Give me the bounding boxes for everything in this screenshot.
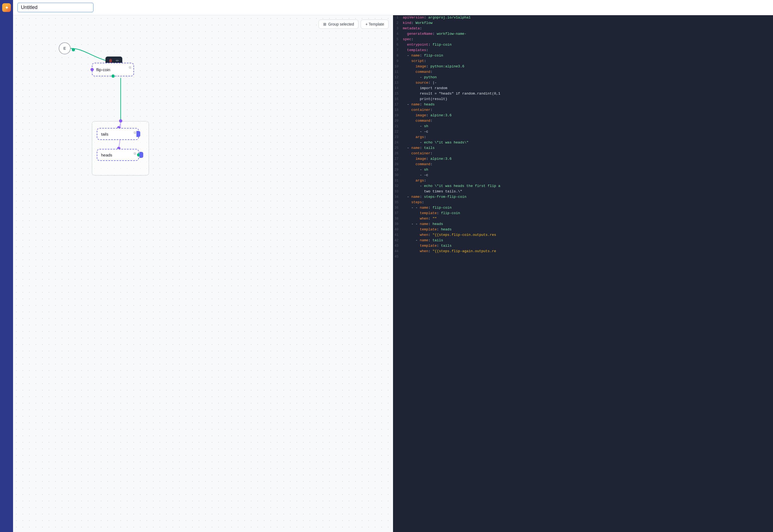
line-content: - name: heads [403,102,773,107]
line-content: apiVersion: argoproj.io/v1alpha1 [403,15,773,20]
line-number: 30 [393,173,403,177]
tails-node[interactable]: tails ⧉ [97,128,139,140]
code-line: 24 - echo \"it was heads\" [393,140,773,146]
canvas-toolbar: ⊞ Group selected + Template [318,20,389,29]
line-number: 7 [393,48,403,52]
line-number: 40 [393,227,403,231]
entry-output-dot [72,48,75,51]
delete-button[interactable]: 🗑 [108,58,114,63]
line-content: entrypoint: flip-coin [403,43,773,47]
line-number: 38 [393,217,403,221]
heads-arrow [139,152,143,158]
line-number: 44 [393,249,403,253]
code-line: 10 image: python:alpine3.6 [393,64,773,70]
line-number: 28 [393,162,403,166]
code-lines-container: 1apiVersion: argoproj.io/v1alpha12kind: … [393,15,773,260]
line-number: 21 [393,124,403,128]
code-line: 22 - -c [393,129,773,135]
line-content: container: [403,108,773,112]
line-number: 34 [393,195,403,199]
line-content: print(result) [403,97,773,101]
line-content: template: flip-coin [403,211,773,215]
line-number: 10 [393,64,403,68]
code-line: 12 - python [393,75,773,80]
line-number: 42 [393,238,403,242]
workflow-title-input[interactable] [17,3,93,12]
line-number: 36 [393,206,403,210]
line-content: - sh [403,168,773,172]
flip-coin-node[interactable]: flip-coin ⧉ [92,63,134,76]
line-number: 3 [393,26,403,30]
code-line: 16 print(result) [393,97,773,102]
code-line: 39 - - name: heads [393,222,773,227]
line-content: command: [403,119,773,123]
line-number: 43 [393,244,403,248]
line-number: 5 [393,37,403,41]
code-line: 26 container: [393,151,773,157]
copy-icon[interactable]: ⧉ [129,65,131,69]
line-number: 13 [393,81,403,85]
line-content: template: heads [403,227,773,231]
line-number: 11 [393,70,403,74]
line-number: 31 [393,179,403,183]
code-line: 29 - sh [393,167,773,173]
main-area: ⊞ Group selected + Template E [13,0,773,532]
line-number: 22 [393,130,403,134]
line-content: - -c [403,130,773,134]
template-button[interactable]: + Template [361,20,389,29]
code-line: 45 [393,254,773,260]
line-content: - name: tails [403,146,773,150]
canvas-area[interactable]: ⊞ Group selected + Template E [13,15,393,532]
line-number: 4 [393,32,403,36]
group-selected-button[interactable]: ⊞ Group selected [318,20,358,29]
line-content: result = "heads" if random.randint(0,1 [403,92,773,96]
line-number: 6 [393,43,403,47]
line-content: import random [403,86,773,90]
code-line: 1apiVersion: argoproj.io/v1alpha1 [393,15,773,21]
line-number: 25 [393,146,403,150]
line-content: - name: flip-coin [403,54,773,58]
code-line: 27 image: alpine:3.6 [393,157,773,162]
flip-coin-label: flip-coin [96,67,110,72]
line-number: 45 [393,255,403,259]
line-number: 39 [393,222,403,226]
app-logo[interactable]: ✦ [2,3,11,12]
line-content: - python [403,75,773,79]
code-line: 43 template: tails [393,243,773,249]
line-number: 20 [393,119,403,123]
line-number: 37 [393,211,403,215]
code-line: 28 command: [393,162,773,167]
code-line: 36 - - name: flip-coin [393,205,773,211]
line-content: command: [403,70,773,74]
entry-node[interactable]: E [59,42,71,54]
heads-node[interactable]: heads ⧉ [97,149,139,161]
line-number: 12 [393,75,403,79]
code-line: 20 command: [393,118,773,124]
code-line: 3metadata: [393,26,773,32]
line-content: when: "{{steps.flip-again.outputs.re [403,249,773,253]
code-line: 32 - echo \"it was heads the first flip … [393,184,773,189]
line-content: args: [403,179,773,183]
line-number: 15 [393,92,403,96]
code-line: 33 two times tails.\" [393,189,773,195]
line-content: - name: steps-from-flip-coin [403,195,773,199]
flip-coin-input-dot [90,68,94,71]
line-number: 9 [393,59,403,63]
code-line: 41 when: "{{steps.flip-coin.outputs.res [393,233,773,238]
tails-output-dot [136,131,140,137]
edit-button[interactable]: ✏ [115,58,120,63]
line-number: 29 [393,168,403,172]
code-line: 17 - name: heads [393,102,773,108]
line-number: 18 [393,108,403,112]
line-number: 27 [393,157,403,161]
code-line: 5spec: [393,37,773,42]
line-content: command: [403,162,773,166]
group-input-dot [119,119,122,123]
code-line: 11 command: [393,70,773,75]
tails-copy-icon[interactable]: ⧉ [134,131,136,134]
heads-copy-icon[interactable]: ⧉ [134,152,136,155]
line-content: - -c [403,173,773,177]
code-line: 6 entrypoint: flip-coin [393,42,773,48]
line-content: - echo \"it was heads\" [403,140,773,145]
code-line: 38 when: "" [393,216,773,222]
